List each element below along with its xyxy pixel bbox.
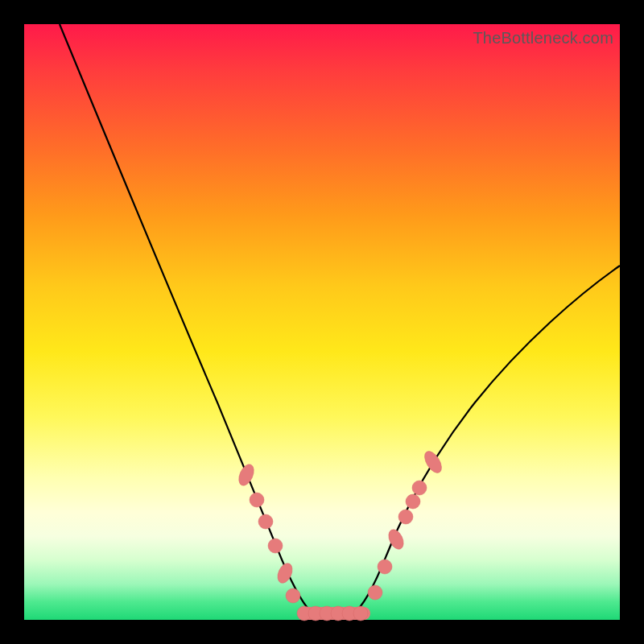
bead-right: [378, 559, 392, 574]
bottleneck-curve-path: [60, 24, 620, 614]
bead-left: [286, 588, 300, 603]
bead-left: [268, 539, 283, 553]
bead-right: [421, 448, 444, 476]
bead-right: [406, 494, 420, 509]
plot-area: TheBottleneck.com: [24, 24, 620, 620]
bead-right: [368, 585, 382, 600]
bead-right: [412, 481, 427, 495]
bead-bottom: [353, 606, 368, 621]
bead-left: [250, 493, 264, 507]
chart-frame: TheBottleneck.com: [0, 0, 644, 644]
bead-left: [258, 514, 273, 529]
bead-right: [398, 510, 413, 524]
bottleneck-curve-svg: [24, 24, 620, 620]
bead-left: [236, 462, 257, 488]
